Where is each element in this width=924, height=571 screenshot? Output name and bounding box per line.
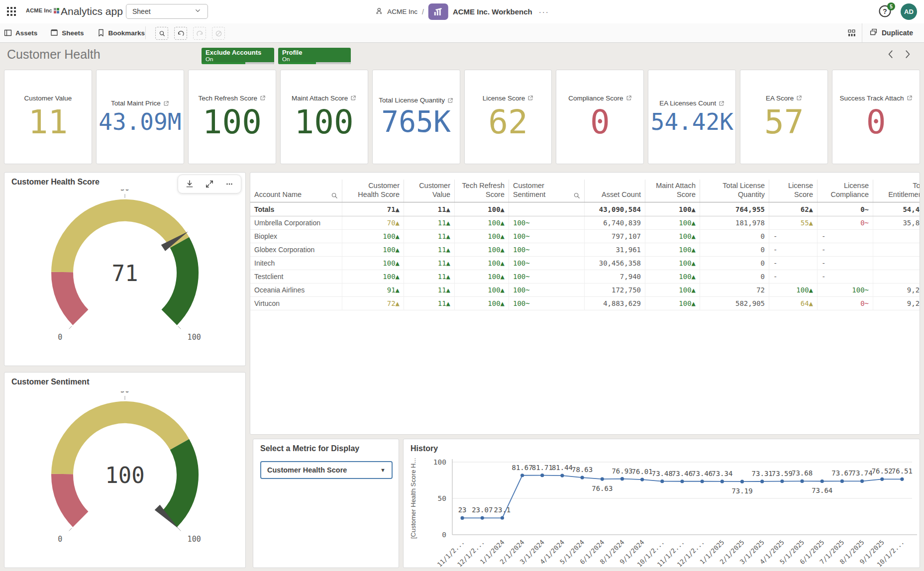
column-header[interactable]: Maint Attach Score (645, 180, 700, 202)
table-cell[interactable]: 0~ (818, 297, 873, 310)
table-cell[interactable]: 100▲ (455, 257, 509, 270)
kpi-card[interactable]: Total License Quantity765K (372, 70, 460, 164)
kpi-card[interactable]: Compliance Score0 (556, 70, 644, 164)
column-header[interactable]: Account Name (250, 180, 342, 202)
history-point[interactable] (520, 474, 524, 477)
workbench-title[interactable]: ACME Inc. Workbench (453, 7, 532, 16)
table-cell[interactable]: 0 (873, 257, 921, 270)
table-cell[interactable]: 100▲ (645, 243, 700, 257)
table-cell[interactable]: 100▲ (645, 230, 700, 243)
table-cell[interactable]: 582,905 (700, 297, 769, 310)
table-cell[interactable]: 100▲ (455, 284, 509, 297)
table-cell[interactable]: 100▲ (455, 243, 509, 257)
table-cell[interactable]: 100~ (509, 284, 585, 297)
next-sheet-button[interactable] (902, 49, 914, 61)
history-point[interactable] (601, 477, 604, 481)
table-cell[interactable]: 4,883,629 (585, 297, 645, 310)
kpi-card[interactable]: EA Score57 (740, 70, 828, 164)
table-cell[interactable]: 11▲ (404, 297, 455, 310)
table-cell[interactable]: 100▲ (645, 284, 700, 297)
expand-button[interactable] (205, 180, 214, 189)
table-cell[interactable]: 100~ (509, 270, 585, 284)
table-cell[interactable]: 55▲ (769, 216, 818, 230)
history-point[interactable] (760, 479, 764, 483)
table-cell[interactable]: 100~ (509, 230, 585, 243)
history-point[interactable] (640, 477, 644, 481)
layout-grid-icon[interactable] (842, 23, 862, 42)
history-point[interactable] (501, 516, 504, 520)
table-cell[interactable]: 9,266 (873, 284, 921, 297)
metric-dropdown[interactable]: Customer Health Score ▼ (260, 461, 393, 479)
table-cell[interactable]: - (818, 270, 873, 284)
column-header[interactable]: Customer Sentiment (509, 180, 585, 202)
table-cell[interactable]: - (818, 243, 873, 257)
table-cell[interactable]: 11▲ (404, 257, 455, 270)
table-cell[interactable]: - (769, 243, 818, 257)
table-cell[interactable]: 0 (700, 257, 769, 270)
search-selections-button[interactable] (155, 27, 168, 40)
table-cell[interactable]: 0~ (818, 216, 873, 230)
history-point[interactable] (840, 479, 844, 483)
table-cell[interactable]: - (769, 270, 818, 284)
table-cell[interactable]: 100▲ (455, 270, 509, 284)
column-header[interactable]: Total License Quantity (700, 180, 769, 202)
table-cell[interactable]: 100▲ (455, 297, 509, 310)
history-point[interactable] (581, 476, 584, 479)
table-cell[interactable]: 181,978 (700, 216, 769, 230)
history-point[interactable] (900, 477, 904, 481)
table-cell[interactable]: 0 (700, 243, 769, 257)
history-point[interactable] (860, 479, 864, 483)
download-button[interactable] (185, 180, 194, 189)
history-point[interactable] (701, 479, 704, 483)
table-cell[interactable]: 7,940 (585, 270, 645, 284)
table-cell[interactable]: 72 (700, 284, 769, 297)
table-cell[interactable]: 100~ (509, 257, 585, 270)
history-point[interactable] (620, 477, 624, 480)
search-icon[interactable] (573, 192, 580, 199)
table-cell[interactable]: 31,961 (585, 243, 645, 257)
account-name-cell[interactable]: Testclient (250, 270, 342, 284)
kpi-card[interactable]: Customer Value11 (4, 70, 92, 164)
history-point[interactable] (660, 479, 664, 483)
account-name-cell[interactable]: Virtucon (250, 297, 342, 310)
account-name-cell[interactable]: Oceania Airlines (250, 284, 342, 297)
table-cell[interactable]: 11▲ (404, 270, 455, 284)
table-cell[interactable]: 0 (700, 230, 769, 243)
help-button[interactable]: ? 5 (878, 4, 893, 19)
table-cell[interactable]: 100▲ (342, 257, 404, 270)
column-header[interactable]: Customer Health Score (342, 180, 404, 202)
table-cell[interactable]: 100~ (509, 297, 585, 310)
search-icon[interactable] (331, 192, 338, 199)
table-cell[interactable]: - (769, 257, 818, 270)
more-options-icon[interactable]: ··· (539, 7, 549, 16)
history-point[interactable] (560, 474, 564, 477)
table-cell[interactable]: 91▲ (342, 284, 404, 297)
table-cell[interactable]: 100▲ (342, 243, 404, 257)
table-cell[interactable]: 70▲ (342, 216, 404, 230)
app-grid-menu-icon[interactable] (6, 6, 18, 18)
selections-back-button[interactable] (174, 27, 187, 40)
previous-sheet-button[interactable] (885, 49, 897, 61)
account-name-cell[interactable]: Globex Corporation (250, 243, 342, 257)
table-cell[interactable]: 797,107 (585, 230, 645, 243)
nav-tab-assets[interactable]: Assets (4, 29, 37, 37)
table-cell[interactable]: 100▲ (342, 270, 404, 284)
table-cell[interactable]: 100▲ (645, 270, 700, 284)
nav-tab-sheets[interactable]: Sheets (50, 29, 84, 37)
history-point[interactable] (680, 479, 684, 483)
table-cell[interactable]: 11▲ (404, 230, 455, 243)
table-cell[interactable]: - (818, 230, 873, 243)
kpi-card[interactable]: Maint Attach Score100 (280, 70, 368, 164)
table-cell[interactable]: 72▲ (342, 297, 404, 310)
history-point[interactable] (720, 479, 724, 483)
duplicate-button[interactable]: Duplicate (869, 28, 913, 38)
kpi-card[interactable]: Success Track Attach0 (832, 70, 920, 164)
table-cell[interactable]: 9,266 (873, 297, 921, 310)
account-name-cell[interactable]: Umbrella Corporation (250, 216, 342, 230)
table-cell[interactable]: 11▲ (404, 216, 455, 230)
table-cell[interactable]: 0 (873, 270, 921, 284)
table-cell[interactable]: 100▲ (645, 216, 700, 230)
account-name-cell[interactable]: Initech (250, 257, 342, 270)
column-header[interactable]: License Score (769, 180, 818, 202)
breadcrumb-org[interactable]: ACME Inc (387, 8, 417, 15)
